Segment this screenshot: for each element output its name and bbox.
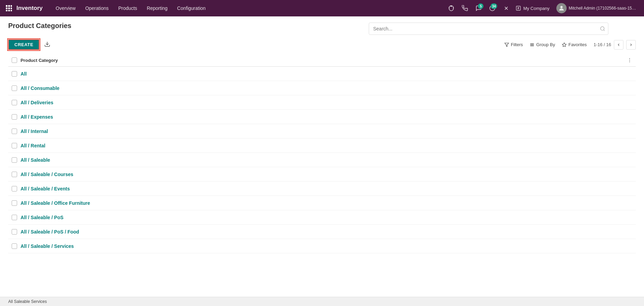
row-name[interactable]: All / Expenses bbox=[21, 114, 636, 120]
close-icon-btn[interactable]: ✕ bbox=[501, 3, 512, 14]
column-header-product-category: Product Category bbox=[21, 58, 623, 63]
table-row[interactable]: All / Saleable / PoS bbox=[8, 210, 636, 225]
favorites-label: Favorites bbox=[568, 42, 586, 47]
column-more-icon[interactable] bbox=[623, 57, 636, 63]
pagination: 1-16 / 16 bbox=[594, 40, 636, 50]
nav-overview[interactable]: Overview bbox=[51, 0, 80, 16]
nav-configuration[interactable]: Configuration bbox=[172, 0, 210, 16]
clock-icon-btn[interactable]: 34 bbox=[487, 3, 498, 14]
search-bar bbox=[369, 23, 608, 35]
svg-point-11 bbox=[560, 6, 563, 8]
table-row[interactable]: All / Saleable / Courses bbox=[8, 167, 636, 182]
nav-reporting[interactable]: Reporting bbox=[142, 0, 173, 16]
svg-point-21 bbox=[629, 58, 630, 59]
row-name[interactable]: All / Saleable / Services bbox=[21, 243, 636, 249]
topbar-icons: 5 34 ✕ bbox=[446, 3, 512, 14]
filters-btn[interactable]: Filters bbox=[504, 42, 523, 47]
title-row: Product Categories bbox=[8, 22, 636, 35]
prev-page-btn[interactable] bbox=[614, 40, 623, 50]
user-avatar bbox=[556, 3, 567, 13]
svg-rect-4 bbox=[8, 8, 10, 9]
download-icon[interactable] bbox=[43, 40, 52, 50]
filters-group: Filters Group By bbox=[504, 42, 587, 47]
table-row[interactable]: All / Saleable / Office Furniture bbox=[8, 196, 636, 210]
clock-badge: 34 bbox=[491, 3, 497, 9]
topbar: Inventory Overview Operations Products R… bbox=[0, 0, 644, 16]
table-row[interactable]: All / Consumable bbox=[8, 81, 636, 95]
row-checkbox[interactable] bbox=[12, 157, 17, 163]
svg-line-13 bbox=[604, 30, 605, 31]
table-row[interactable]: All / Rental bbox=[8, 138, 636, 153]
top-nav: Overview Operations Products Reporting C… bbox=[51, 0, 211, 16]
row-name[interactable]: All / Saleable / Office Furniture bbox=[21, 200, 636, 206]
table-row[interactable]: All / Saleable / Events bbox=[8, 182, 636, 196]
filters-label: Filters bbox=[511, 42, 523, 47]
row-checkbox[interactable] bbox=[12, 243, 17, 249]
nav-products[interactable]: Products bbox=[113, 0, 142, 16]
row-checkbox[interactable] bbox=[12, 100, 17, 105]
row-name[interactable]: All / Saleable / PoS / Food bbox=[21, 229, 636, 235]
search-icon bbox=[600, 26, 605, 31]
row-checkbox[interactable] bbox=[12, 114, 17, 120]
table-row[interactable]: All / Saleable bbox=[8, 153, 636, 167]
row-name[interactable]: All / Consumable bbox=[21, 85, 636, 91]
row-checkbox[interactable] bbox=[12, 85, 17, 91]
product-categories-table: All All / Consumable All / Deliveries Al… bbox=[0, 67, 644, 297]
app-name: Inventory bbox=[16, 5, 43, 12]
company-name: My Company bbox=[523, 6, 550, 11]
svg-rect-3 bbox=[6, 8, 8, 9]
status-bar: All Saleable Services bbox=[0, 297, 644, 306]
row-name[interactable]: All / Saleable bbox=[21, 157, 636, 163]
table-row[interactable]: All / Internal bbox=[8, 124, 636, 138]
favorites-btn[interactable]: Favorites bbox=[562, 42, 586, 47]
main-layout: Product Categories CREATE bbox=[0, 16, 644, 306]
table-row[interactable]: All bbox=[8, 67, 636, 81]
row-checkbox[interactable] bbox=[12, 143, 17, 148]
row-name[interactable]: All / Rental bbox=[21, 143, 636, 148]
table-row[interactable]: All / Saleable / Services bbox=[8, 239, 636, 253]
create-button[interactable]: CREATE bbox=[8, 39, 39, 50]
user-menu[interactable]: Mitchell Admin (17102566-saas-15-1-al... bbox=[554, 3, 640, 13]
svg-marker-15 bbox=[505, 43, 509, 46]
svg-rect-8 bbox=[11, 10, 12, 11]
company-selector[interactable]: My Company bbox=[513, 5, 552, 11]
svg-rect-6 bbox=[6, 10, 8, 11]
table-row[interactable]: All / Expenses bbox=[8, 110, 636, 124]
grid-icon[interactable] bbox=[4, 3, 14, 13]
user-name: Mitchell Admin (17102566-saas-15-1-al... bbox=[569, 6, 637, 11]
row-name[interactable]: All / Saleable / Events bbox=[21, 186, 636, 191]
table-row[interactable]: All / Deliveries bbox=[8, 95, 636, 110]
svg-rect-1 bbox=[8, 5, 10, 7]
status-bar-label: All Saleable Services bbox=[8, 299, 47, 304]
phone-icon-btn[interactable] bbox=[459, 3, 470, 14]
svg-rect-5 bbox=[11, 8, 12, 9]
svg-rect-0 bbox=[6, 5, 8, 7]
row-name[interactable]: All / Saleable / Courses bbox=[21, 172, 636, 177]
row-name[interactable]: All bbox=[21, 71, 636, 77]
row-checkbox[interactable] bbox=[12, 200, 17, 206]
group-by-label: Group By bbox=[536, 42, 555, 47]
row-name[interactable]: All / Saleable / PoS bbox=[21, 215, 636, 220]
svg-rect-2 bbox=[11, 5, 12, 7]
row-checkbox[interactable] bbox=[12, 229, 17, 235]
search-input[interactable] bbox=[369, 26, 600, 31]
row-checkbox[interactable] bbox=[12, 71, 17, 77]
table-row[interactable]: All / Saleable / PoS / Food bbox=[8, 225, 636, 239]
bug-icon-btn[interactable] bbox=[446, 3, 457, 14]
row-name[interactable]: All / Deliveries bbox=[21, 100, 636, 105]
select-all-checkbox[interactable] bbox=[12, 57, 17, 63]
table-header: Product Category bbox=[8, 54, 636, 67]
row-name[interactable]: All / Internal bbox=[21, 129, 636, 134]
row-checkbox[interactable] bbox=[12, 129, 17, 134]
nav-operations[interactable]: Operations bbox=[80, 0, 113, 16]
next-page-btn[interactable] bbox=[626, 40, 636, 50]
row-checkbox[interactable] bbox=[12, 172, 17, 177]
pagination-text: 1-16 / 16 bbox=[594, 42, 611, 47]
row-checkbox[interactable] bbox=[12, 215, 17, 220]
row-checkbox[interactable] bbox=[12, 186, 17, 191]
chat-icon-btn[interactable]: 5 bbox=[473, 3, 484, 14]
svg-rect-7 bbox=[8, 10, 10, 11]
svg-point-22 bbox=[629, 60, 630, 61]
group-by-btn[interactable]: Group By bbox=[530, 42, 555, 47]
header-checkbox-col bbox=[8, 57, 21, 63]
